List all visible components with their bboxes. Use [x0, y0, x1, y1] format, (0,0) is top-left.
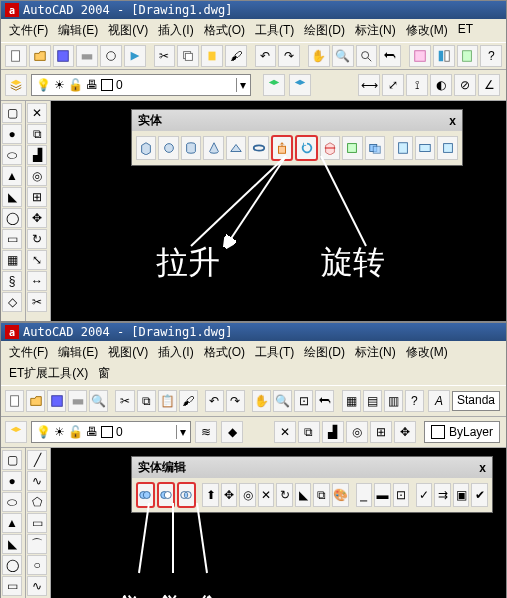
copy-obj-button[interactable]: ⧉ [298, 421, 320, 443]
toolpalettes-button[interactable] [457, 45, 479, 67]
extrude-face-button[interactable]: ⬆ [202, 483, 219, 507]
color-select[interactable]: ByLayer [424, 421, 500, 443]
check-button[interactable]: ✔ [471, 483, 488, 507]
menu-edit[interactable]: 编辑(E) [54, 21, 102, 40]
solid-wedge-button[interactable] [226, 136, 246, 160]
dim-linear-button[interactable]: ⟷ [358, 74, 380, 96]
solid-cylinder-button[interactable] [181, 136, 201, 160]
paste-button[interactable] [201, 45, 223, 67]
dim-ordinate-button[interactable]: ⟟ [406, 74, 428, 96]
menu-tools[interactable]: 工具(T) [251, 21, 298, 40]
menu-view[interactable]: 视图(V) [104, 343, 152, 362]
save-button[interactable] [47, 390, 66, 412]
layer-select[interactable]: 💡 ☀ 🔓 🖶 0 ▾ [31, 421, 191, 443]
menu-modify[interactable]: 修改(M) [402, 343, 452, 362]
move-button[interactable]: ✥ [394, 421, 416, 443]
intersect-button[interactable] [177, 482, 196, 508]
match-button[interactable]: 🖌 [179, 390, 198, 412]
menu-insert[interactable]: 插入(I) [154, 21, 197, 40]
textstyle-icon[interactable]: A [428, 390, 450, 412]
wedge-button[interactable]: ◣ [2, 534, 22, 554]
rectangle-button[interactable]: ▭ [27, 513, 47, 533]
region-button[interactable]: ▭ [2, 576, 22, 596]
section-button[interactable] [342, 136, 362, 160]
solids-toolbar[interactable]: 实体 x [131, 109, 463, 166]
rotate-button[interactable]: ↻ [27, 229, 47, 249]
properties-button[interactable]: ▦ [342, 390, 361, 412]
dim-radius-button[interactable]: ◐ [430, 74, 452, 96]
cone-button[interactable]: ▲ [2, 513, 22, 533]
box-button[interactable]: ▢ [2, 103, 22, 123]
solidedit-titlebar[interactable]: 实体编辑 x [132, 457, 492, 478]
mirror-button[interactable]: ▟ [322, 421, 344, 443]
undo-button[interactable]: ↶ [255, 45, 277, 67]
cylinder-button[interactable]: ⬭ [2, 145, 22, 165]
dim-angular-button[interactable]: ∠ [478, 74, 500, 96]
solid-box-button[interactable] [136, 136, 156, 160]
pan-button[interactable]: ✋ [252, 390, 271, 412]
pan-button[interactable]: ✋ [308, 45, 330, 67]
menu-file[interactable]: 文件(F) [5, 343, 52, 362]
rotate-face-button[interactable]: ↻ [276, 483, 293, 507]
solid-sphere-button[interactable] [158, 136, 178, 160]
cut-button[interactable]: ✂ [115, 390, 134, 412]
publish-button[interactable] [124, 45, 146, 67]
shell-button[interactable]: ▣ [453, 483, 470, 507]
style-name[interactable]: Standa [452, 391, 500, 411]
designcenter-button[interactable] [433, 45, 455, 67]
layer-prev-button[interactable] [263, 74, 285, 96]
plot-button[interactable] [76, 45, 98, 67]
layer-states-button[interactable] [289, 74, 311, 96]
revolve-button[interactable] [295, 135, 317, 161]
cut-button[interactable]: ✂ [154, 45, 176, 67]
cone-button[interactable]: ▲ [2, 166, 22, 186]
arc-button[interactable]: ⌒ [27, 534, 47, 554]
new-button[interactable] [5, 45, 27, 67]
offset-button[interactable]: ◎ [27, 166, 47, 186]
save-button[interactable] [53, 45, 75, 67]
setup-profile-button[interactable] [437, 136, 457, 160]
preview-button[interactable] [100, 45, 122, 67]
menu-window[interactable]: 窗 [94, 364, 114, 383]
new-button[interactable] [5, 390, 24, 412]
menu-modify[interactable]: 修改(M) [402, 21, 452, 40]
polysolid-button[interactable]: ▦ [2, 250, 22, 270]
delete-face-button[interactable]: ✕ [258, 483, 275, 507]
zoom-win-button[interactable] [356, 45, 378, 67]
planar-button[interactable]: ◇ [2, 292, 22, 312]
match-button[interactable]: 🖌 [225, 45, 247, 67]
helix-button[interactable]: § [2, 271, 22, 291]
separate-button[interactable]: ⇉ [434, 483, 451, 507]
zoom-rt-button[interactable]: 🔍 [332, 45, 354, 67]
polygon-button[interactable]: ⬠ [27, 492, 47, 512]
menu-format[interactable]: 格式(O) [200, 343, 249, 362]
menu-edit[interactable]: 编辑(E) [54, 343, 102, 362]
box-button[interactable]: ▢ [2, 450, 22, 470]
solids-titlebar[interactable]: 实体 x [132, 110, 462, 131]
menu-dimension[interactable]: 标注(N) [351, 21, 400, 40]
menu-et[interactable]: ET [454, 21, 477, 40]
preview-button[interactable]: 🔍 [89, 390, 108, 412]
offset-button[interactable]: ◎ [346, 421, 368, 443]
setup-drawing-button[interactable] [393, 136, 413, 160]
zoom-rt-button[interactable]: 🔍 [273, 390, 292, 412]
layer-select[interactable]: 💡 ☀ 🔓 🖶 0 ▾ [31, 74, 251, 96]
menu-etext[interactable]: ET扩展工具(X) [5, 364, 92, 383]
sphere-button[interactable]: ● [2, 124, 22, 144]
paste-button[interactable]: 📋 [158, 390, 177, 412]
menu-format[interactable]: 格式(O) [200, 21, 249, 40]
zoom-prev-button[interactable]: ⮪ [315, 390, 334, 412]
erase-button[interactable]: ✕ [27, 103, 47, 123]
imprint-button[interactable]: ⊡ [393, 483, 410, 507]
interfere-button[interactable] [365, 136, 385, 160]
menu-draw[interactable]: 绘图(D) [300, 343, 349, 362]
undo-button[interactable]: ↶ [205, 390, 224, 412]
stretch-button[interactable]: ↔ [27, 271, 47, 291]
solid-torus-button[interactable] [248, 136, 268, 160]
circle-button[interactable]: ○ [27, 555, 47, 575]
help-button[interactable]: ? [480, 45, 502, 67]
layer-manager-button[interactable] [5, 74, 27, 96]
torus-button[interactable]: ◯ [2, 555, 22, 575]
copy-obj-button[interactable]: ⧉ [27, 124, 47, 144]
close-icon[interactable]: x [479, 461, 486, 475]
